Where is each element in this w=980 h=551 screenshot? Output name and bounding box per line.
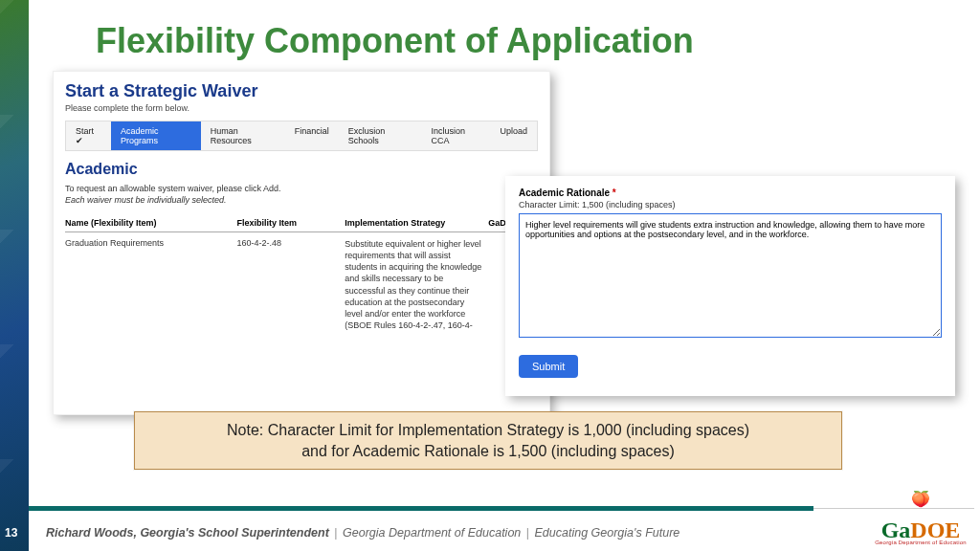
col-name: Name (Flexibility Item)	[65, 214, 236, 232]
waiver-heading: Start a Strategic Waiver	[65, 81, 538, 101]
footer-text: Richard Woods, Georgia's School Superint…	[46, 526, 679, 540]
note-line1: Note: Character Limit for Implementation…	[145, 420, 832, 441]
footer-part2: Georgia Department of Education	[343, 526, 521, 540]
col-strategy: Implementation Strategy	[345, 214, 488, 232]
footer-sep2: |	[524, 526, 531, 540]
instruction-line1: To request an allowable system waiver, p…	[65, 184, 281, 193]
tab-academic-programs[interactable]: Academic Programs	[111, 121, 201, 150]
logo-subtext: Georgia Department of Education	[875, 540, 967, 545]
rationale-label-text: Academic Rationale	[519, 187, 610, 198]
waiver-table: Name (Flexibility Item) Flexibility Item…	[65, 214, 538, 337]
note-box: Note: Character Limit for Implementation…	[134, 411, 842, 470]
tab-human-resources[interactable]: Human Resources	[201, 121, 285, 150]
tab-upload[interactable]: Upload	[490, 121, 537, 150]
footer-divider	[29, 506, 813, 511]
waiver-form-panel: Start a Strategic Waiver Please complete…	[53, 71, 550, 415]
peach-icon: 🍑	[911, 491, 930, 507]
section-heading: Academic	[65, 161, 538, 178]
submit-button[interactable]: Submit	[519, 355, 578, 378]
instruction-text: To request an allowable system waiver, p…	[65, 184, 538, 205]
tab-inclusion-cca[interactable]: Inclusion CCA	[421, 121, 490, 150]
rationale-label: Academic Rationale *	[519, 187, 942, 198]
tab-bar: Start Academic Programs Human Resources …	[65, 121, 538, 151]
char-limit: Character Limit: 1,500 (including spaces…	[519, 200, 942, 209]
gadoe-logo: 🍑GaDOE Georgia Department of Education	[875, 499, 967, 545]
cell-item: 160-4-2-.48	[236, 232, 345, 338]
tab-start[interactable]: Start	[66, 121, 111, 150]
page-number: 13	[5, 526, 17, 540]
rationale-textarea[interactable]	[519, 213, 942, 338]
rationale-panel: Academic Rationale * Character Limit: 1,…	[505, 176, 955, 396]
tab-exclusion-schools[interactable]: Exclusion Schools	[339, 121, 422, 150]
instruction-line2: Each waiver must be individually selecte…	[65, 195, 538, 205]
side-decoration	[0, 0, 29, 551]
cell-strategy: Substitute equivalent or higher level re…	[345, 232, 488, 338]
note-line2: and for Academic Rationale is 1,500 (inc…	[145, 441, 832, 462]
cell-name: Graduation Requirements	[65, 232, 236, 338]
col-item: Flexibility Item	[236, 214, 345, 232]
footer-part3: Educating Georgia's Future	[535, 526, 680, 540]
footer-part1: Richard Woods, Georgia's School Superint…	[46, 526, 329, 540]
table-row: Graduation Requirements 160-4-2-.48 Subs…	[65, 232, 538, 338]
waiver-subtitle: Please complete the form below.	[65, 103, 538, 113]
tab-financial[interactable]: Financial	[285, 121, 339, 150]
footer-sep1: |	[332, 526, 339, 540]
slide-title: Flexibility Component of Application	[96, 21, 694, 61]
required-asterisk: *	[612, 187, 616, 198]
